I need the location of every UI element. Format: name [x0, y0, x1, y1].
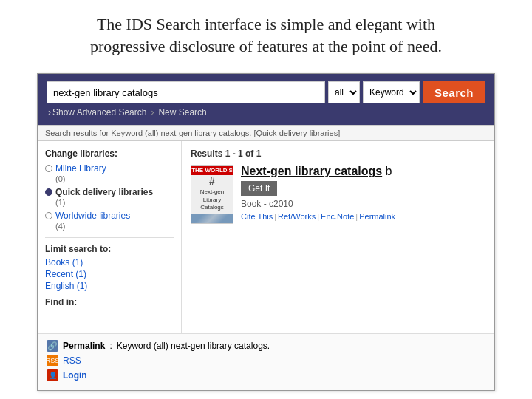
permalink-link[interactable]: Permalink	[359, 212, 395, 221]
enc-note-link[interactable]: Enc.Note	[321, 212, 354, 221]
rss-row: RSS RSS	[47, 355, 485, 366]
results-info-bar: Search results for Keyword (all) next-ge…	[38, 125, 494, 141]
rss-icon: RSS	[47, 355, 58, 366]
show-advanced-link[interactable]: Show Advanced Search	[52, 107, 146, 117]
result-title-suffix: b	[382, 165, 392, 177]
permalink-icon: 🔗	[47, 340, 58, 352]
search-row: all Keyword Search	[47, 81, 485, 103]
login-row: 👤 Login	[47, 369, 485, 381]
thumbnail-top-bar: THE WORLD'S	[191, 166, 233, 175]
slide-container: The IDS Search interface is simple and e…	[0, 0, 532, 399]
thumbnail-hash: #	[209, 175, 215, 187]
permalink-row: 🔗 Permalink: Keyword (all) next-gen libr…	[47, 340, 485, 352]
library-item-quick: Quick delivery libraries (1)	[45, 187, 174, 208]
change-libraries-title: Change libraries:	[45, 149, 174, 159]
permalink-value: Keyword (all) next-gen library catalogs.	[117, 341, 270, 351]
result-item: THE WORLD'S # Next-genLibraryCatalogs Ne…	[191, 165, 485, 224]
main-content: Change libraries: Milne Library (0) Quic…	[38, 141, 494, 333]
cite-this-link[interactable]: Cite This	[241, 212, 273, 221]
find-in-title: Find in:	[45, 297, 174, 307]
limit-search-title: Limit search to:	[45, 244, 174, 254]
search-bar: all Keyword Search › Show Advanced Searc…	[38, 74, 494, 125]
library-item-worldwide: Worldwide libraries (4)	[45, 211, 174, 231]
limit-books[interactable]: Books (1)	[45, 257, 174, 267]
ref-works-link[interactable]: Ref/Works	[278, 212, 316, 221]
link-separator: ›	[151, 107, 154, 117]
right-results: Results 1 - 1 of 1 THE WORLD'S # Next-ge…	[182, 141, 494, 333]
login-link[interactable]: Login	[63, 370, 87, 381]
thumbnail-text: Next-genLibraryCatalogs	[199, 187, 225, 213]
result-type: Book - c2010	[241, 199, 485, 209]
sidebar-divider	[45, 237, 174, 238]
radio-worldwide[interactable]	[45, 212, 52, 219]
result-title[interactable]: Next-gen library catalogs	[241, 165, 382, 177]
library-name-worldwide[interactable]: Worldwide libraries	[55, 211, 130, 221]
book-thumbnail: THE WORLD'S # Next-genLibraryCatalogs	[191, 165, 233, 224]
browser-box: all Keyword Search › Show Advanced Searc…	[37, 73, 495, 391]
search-button[interactable]: Search	[423, 81, 485, 103]
library-count-milne: (0)	[55, 174, 65, 183]
result-details: Next-gen library catalogs b Get It Book …	[241, 165, 485, 224]
type-select[interactable]: Keyword	[363, 81, 420, 103]
thumbnail-bottom	[191, 214, 233, 224]
limit-recent[interactable]: Recent (1)	[45, 269, 174, 279]
rss-link[interactable]: RSS	[63, 355, 81, 366]
library-count-worldwide: (4)	[55, 222, 65, 231]
library-name-quick[interactable]: Quick delivery libraries	[55, 187, 153, 197]
radio-quick[interactable]	[45, 188, 52, 196]
search-links: › Show Advanced Search › New Search	[47, 107, 485, 120]
result-links: Cite This | Ref/Works | Enc.Note | Perma…	[241, 212, 485, 221]
limit-english[interactable]: English (1)	[45, 281, 174, 291]
get-it-button[interactable]: Get It	[241, 181, 277, 196]
login-icon: 👤	[47, 369, 58, 381]
slide-heading: The IDS Search interface is simple and e…	[90, 13, 442, 57]
library-count-quick: (1)	[55, 198, 65, 207]
bottom-info: 🔗 Permalink: Keyword (all) next-gen libr…	[38, 333, 494, 390]
permalink-label: Permalink	[63, 341, 105, 351]
search-input[interactable]	[47, 81, 325, 103]
arrow-icon: ›	[48, 107, 51, 117]
results-info-text: Search results for Keyword (all) next-ge…	[45, 129, 340, 137]
radio-milne[interactable]	[45, 165, 52, 172]
left-sidebar: Change libraries: Milne Library (0) Quic…	[38, 141, 182, 333]
library-name-milne[interactable]: Milne Library	[55, 163, 106, 174]
new-search-link[interactable]: New Search	[158, 107, 206, 117]
results-count: Results 1 - 1 of 1	[191, 149, 485, 159]
result-title-row: Next-gen library catalogs b	[241, 165, 485, 178]
library-item-milne: Milne Library (0)	[45, 163, 174, 184]
scope-select[interactable]: all	[328, 81, 360, 103]
